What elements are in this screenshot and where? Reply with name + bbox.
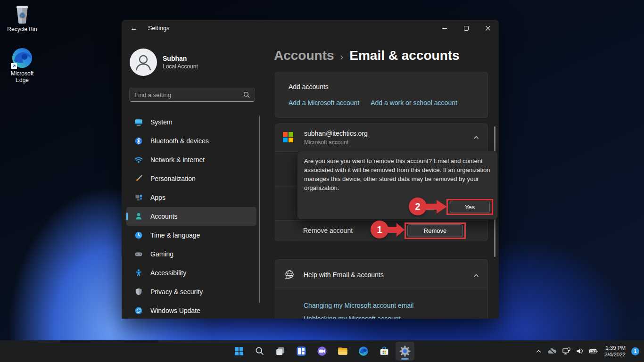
sidebar-item-label: Windows Update — [150, 307, 200, 314]
clock-icon — [134, 230, 143, 240]
add-accounts-title: Add accounts — [289, 83, 329, 90]
desktop: ♻ Recycle Bin Microsoft Edge ← — [0, 0, 644, 362]
accounts-icon — [134, 212, 143, 221]
start-icon — [233, 346, 245, 357]
sidebar-item-bluetooth-devices[interactable]: Bluetooth & devices — [126, 132, 256, 150]
taskbar-search-button[interactable] — [250, 342, 269, 361]
sidebar-item-accounts[interactable]: Accounts — [126, 207, 256, 226]
profile-type: Local Account — [163, 63, 198, 70]
svg-text:♻: ♻ — [19, 11, 25, 19]
breadcrumb-separator-icon: › — [340, 51, 344, 62]
window-title: Settings — [148, 25, 169, 32]
sidebar-item-time-language[interactable]: Time & language — [126, 226, 256, 245]
onedrive-status-button[interactable] — [545, 342, 559, 361]
sidebar-item-apps[interactable]: Apps — [126, 188, 256, 207]
help-link-change-email[interactable]: Changing my Microsoft account email — [304, 302, 413, 309]
edge-button[interactable] — [354, 342, 373, 361]
back-button[interactable]: ← — [125, 22, 142, 35]
settings-nav: System Bluetooth & devices Network & int… — [126, 113, 256, 319]
settings-button[interactable] — [396, 342, 414, 361]
battery-charging-icon — [589, 347, 598, 355]
help-links: Changing my Microsoft account email Unbl… — [275, 290, 487, 319]
annotation-arrow-2-icon — [426, 200, 447, 214]
sidebar-item-windows-update[interactable]: Windows Update — [126, 301, 256, 319]
file-explorer-button[interactable] — [333, 342, 352, 361]
sidebar-item-label: Network & internet — [150, 156, 205, 164]
minimize-button[interactable] — [434, 20, 455, 37]
account-row-partial — [275, 151, 297, 187]
avatar — [130, 49, 157, 76]
account-email: subhan@itechtics.org — [304, 130, 368, 137]
chevron-up-icon[interactable] — [472, 272, 480, 280]
sidebar-item-label: Bluetooth & devices — [150, 137, 209, 145]
sidebar-item-gaming[interactable]: Gaming — [126, 245, 256, 263]
sidebar-item-accessibility[interactable]: Accessibility — [126, 263, 256, 282]
add-microsoft-account-link[interactable]: Add a Microsoft account — [289, 99, 359, 107]
close-button[interactable] — [477, 20, 499, 37]
chevron-up-icon — [535, 348, 542, 355]
widgets-icon — [296, 346, 307, 357]
brush-icon — [134, 174, 143, 183]
chevron-up-icon[interactable] — [472, 134, 480, 141]
start-button[interactable] — [230, 342, 248, 361]
close-icon — [485, 25, 491, 31]
maximize-icon — [464, 26, 469, 31]
task-view-button[interactable] — [271, 342, 290, 361]
store-icon — [379, 346, 390, 357]
volume-button[interactable] — [573, 342, 586, 361]
help-title: Help with Email & accounts — [304, 271, 384, 279]
settings-window: ← Settings Subhan Local Account — [122, 20, 499, 319]
onedrive-offline-icon — [547, 347, 557, 355]
titlebar: ← Settings — [122, 20, 499, 37]
network-status-icon — [562, 347, 570, 355]
profile-name: Subhan — [163, 54, 198, 63]
annotation-box-yes: Yes — [446, 199, 493, 215]
sidebar-item-system[interactable]: System — [126, 113, 256, 132]
desktop-icon-recycle-bin[interactable]: ♻ Recycle Bin — [2, 4, 42, 33]
tray-chevron-button[interactable] — [533, 342, 545, 361]
sidebar-item-privacy-security[interactable]: Privacy & security — [126, 282, 256, 301]
back-arrow-icon: ← — [130, 24, 138, 33]
file-explorer-icon — [337, 346, 348, 357]
help-card: Help with Email & accounts Changing my M… — [275, 259, 488, 319]
account-row-partial — [275, 187, 297, 220]
chat-button[interactable] — [313, 342, 331, 361]
search-input[interactable] — [134, 91, 243, 99]
annotation-step-1: 1 — [371, 221, 388, 239]
settings-search-box[interactable] — [129, 88, 255, 102]
active-app-indicator — [401, 358, 409, 360]
user-profile[interactable]: Subhan Local Account — [130, 49, 198, 76]
help-link-unblock-account[interactable]: Unblocking my Microsoft account — [304, 315, 400, 319]
store-button[interactable] — [375, 342, 394, 361]
desktop-icon-microsoft-edge[interactable]: Microsoft Edge — [2, 47, 42, 83]
tray-date: 3/4/2022 — [604, 351, 626, 358]
add-work-school-account-link[interactable]: Add a work or school account — [371, 99, 457, 107]
taskbar: 1:39 PM 3/4/2022 1 — [0, 340, 644, 362]
sidebar-item-label: Time & language — [150, 231, 200, 239]
battery-button[interactable] — [586, 342, 601, 361]
bluetooth-icon — [134, 136, 143, 146]
yes-button[interactable]: Yes — [450, 201, 490, 213]
minimize-icon — [442, 28, 447, 29]
shield-icon — [134, 287, 143, 296]
sidebar-item-personalization[interactable]: Personalization — [126, 169, 256, 188]
tray-time: 1:39 PM — [604, 345, 626, 351]
annotation-step-2: 2 — [409, 197, 427, 215]
network-status-button[interactable] — [560, 342, 573, 361]
chat-icon — [316, 346, 328, 357]
breadcrumb-parent[interactable]: Accounts — [274, 48, 334, 63]
annotation-box-remove: Remove — [405, 222, 466, 239]
widgets-button[interactable] — [292, 342, 311, 361]
wifi-icon — [134, 155, 143, 165]
notification-badge[interactable]: 1 — [631, 347, 639, 355]
help-globe-icon — [284, 269, 295, 280]
volume-icon — [576, 347, 584, 355]
maximize-button[interactable] — [455, 20, 477, 37]
sidebar-item-network-internet[interactable]: Network & internet — [126, 150, 256, 169]
sidebar-scrollbar[interactable] — [259, 115, 260, 303]
microsoft-logo-icon — [283, 132, 293, 142]
annotation-arrow-1-icon — [388, 223, 405, 237]
remove-button[interactable]: Remove — [407, 224, 463, 237]
tray-clock[interactable]: 1:39 PM 3/4/2022 — [601, 345, 629, 358]
shortcut-arrow-icon — [11, 63, 17, 69]
